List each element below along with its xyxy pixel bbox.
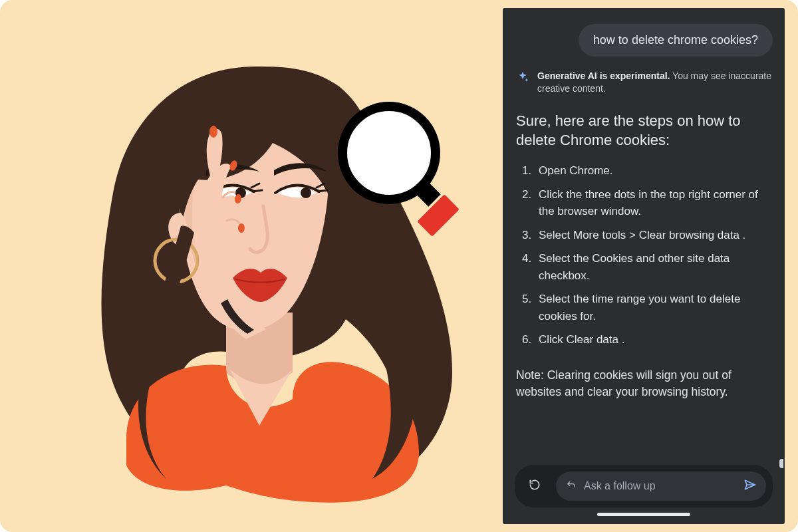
magnifying-glass-icon: [323, 93, 475, 246]
regenerate-button[interactable]: [521, 473, 548, 499]
svg-point-3: [209, 126, 217, 138]
list-item: Click Clear data .: [535, 331, 773, 348]
svg-point-6: [238, 223, 245, 233]
answer-note: Note: Clearing cookies will sign you out…: [516, 367, 771, 401]
svg-point-1: [301, 188, 311, 198]
reply-arrow-icon: [565, 479, 577, 493]
reload-icon: [528, 478, 541, 494]
user-query-bubble: how to delete chrome cookies?: [579, 24, 773, 57]
scroll-handle[interactable]: [779, 459, 783, 468]
send-button[interactable]: [743, 478, 757, 494]
followup-input[interactable]: Ask a follow up: [556, 471, 766, 501]
home-indicator[interactable]: [597, 513, 690, 516]
list-item: Select More tools > Clear browsing data …: [535, 227, 773, 244]
list-item: Select the Cookies and other site data c…: [535, 250, 773, 284]
list-item: Click the three dots in the top right co…: [535, 186, 773, 220]
svg-point-7: [342, 106, 436, 200]
followup-bar: Ask a follow up: [515, 465, 773, 507]
ai-disclaimer-text: Generative AI is experimental. You may s…: [537, 70, 771, 95]
sparkle-icon: [516, 70, 529, 84]
ai-search-panel: how to delete chrome cookies? Generative…: [503, 8, 785, 524]
answer-steps-list: Open Chrome. Click the three dots in the…: [515, 162, 773, 355]
followup-placeholder: Ask a follow up: [584, 480, 656, 492]
canvas: how to delete chrome cookies? Generative…: [0, 0, 798, 532]
list-item: Select the time range you want to delete…: [535, 291, 773, 325]
answer-title: Sure, here are the steps on how to delet…: [516, 111, 771, 150]
user-query-text: how to delete chrome cookies?: [593, 33, 758, 47]
ai-disclaimer: Generative AI is experimental. You may s…: [515, 68, 773, 100]
list-item: Open Chrome.: [535, 162, 773, 180]
send-icon: [743, 478, 757, 494]
